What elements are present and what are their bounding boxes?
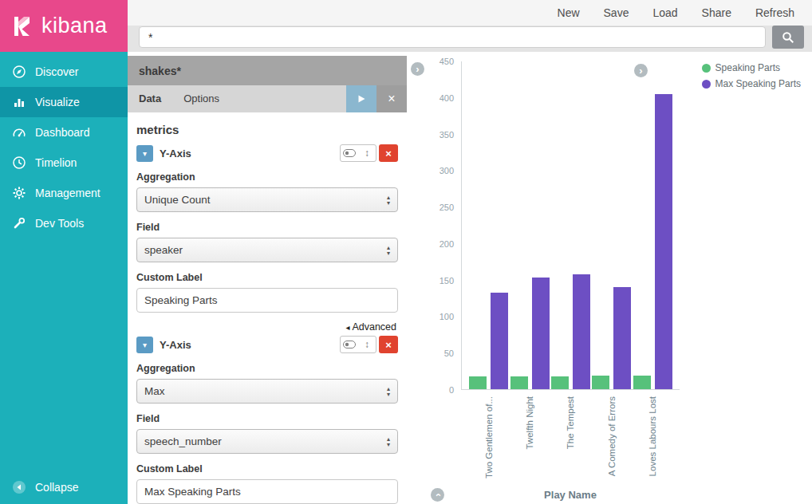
share-button[interactable]: Share [702,6,731,19]
y-axis-section-1: ▾ Y-Axis ↕ [136,144,398,333]
collapse-label: Collapse [35,481,78,494]
field-value: speech_number [144,435,222,447]
collapse-axis-button[interactable]: ▾ [136,145,153,162]
legend-item[interactable]: Speaking Parts [702,62,801,73]
custom-label-input[interactable] [136,288,398,313]
bar[interactable] [592,376,609,389]
bar[interactable] [469,376,487,389]
y-axis-tick-label: 250 [440,203,454,212]
remove-aggregation-button[interactable]: × [379,336,398,353]
field-label: Field [136,222,398,233]
sidebar-item-dev-tools[interactable]: Dev Tools [0,208,128,238]
top-right-area: New Save Load Share Refresh [128,0,812,52]
sidebar-item-label: Management [35,187,101,199]
collapse-arrow-icon [12,480,26,494]
axis-title: Y-Axis [160,339,340,351]
toggle-icon [343,341,356,348]
magnifier-icon [782,31,794,44]
select-arrows-icon: ▴▾ [387,386,390,397]
visualization-editor-panel: shakes* Data Options × metrics ▾ [128,52,407,504]
y-axis-tick-label: 50 [444,348,454,358]
new-button[interactable]: New [558,6,580,19]
logo-wordmark: kibana [41,14,108,38]
bar[interactable] [633,376,651,389]
bar[interactable] [510,376,528,389]
advanced-caret-icon: ◂ [346,323,350,332]
bar[interactable] [551,376,569,389]
disable-aggregation-toggle[interactable] [341,337,358,352]
field-select[interactable]: speaker ▴▾ [136,238,398,262]
disable-aggregation-toggle[interactable] [341,145,358,161]
wrench-icon [12,216,26,230]
field-label: Field [136,413,398,424]
y-axis-tick-label: 300 [440,166,454,175]
y-axis-tick-label: 450 [440,57,454,66]
x-axis-category-label: Two Gentlemen of... [484,396,494,478]
axis-header-row: ▾ Y-Axis ↕ [136,144,398,162]
advanced-label: Advanced [352,321,396,333]
gear-icon [12,186,26,200]
aggregation-select[interactable]: Unique Count ▴▾ [136,187,398,212]
x-axis-title: Play Name [461,489,680,501]
y-axis-tick-label: 400 [440,93,454,103]
sidebar-item-label: Dev Tools [35,217,84,230]
tab-options[interactable]: Options [172,85,231,112]
aggregation-select[interactable]: Max ▴▾ [136,379,398,404]
index-pattern-header: shakes* [128,56,407,85]
scroll-up-chevron[interactable]: › [431,488,444,502]
collapse-editor-chevron[interactable]: › [411,62,424,76]
axis-control-box: ↕ [340,336,376,353]
x-axis-category-label: A Comedy of Errors [607,396,617,476]
sidebar-item-visualize[interactable]: Visualize [0,87,128,117]
axis-title: Y-Axis [160,148,340,159]
x-axis-category-label: Twelfth Night [525,396,534,449]
reorder-aggregation-handle[interactable]: ↕ [358,337,376,352]
compass-icon [12,65,26,79]
legend-label: Max Speaking Parts [715,78,801,89]
chevron-up-icon: › [432,493,443,496]
refresh-button[interactable]: Refresh [755,6,794,19]
bar[interactable] [613,287,631,389]
sidebar-collapse-button[interactable]: Collapse [0,471,128,504]
kibana-logo[interactable]: kibana [0,0,128,52]
bar[interactable] [532,278,550,389]
search-input[interactable] [139,26,766,48]
x-axis-category-label: Loves Labours Lost [648,396,657,476]
bar-group: A Comedy of Errors [592,61,631,389]
load-button[interactable]: Load [652,6,677,19]
metrics-config-body: metrics ▾ Y-Axis [128,112,407,504]
reorder-aggregation-handle[interactable]: ↕ [358,145,376,161]
sidebar-item-management[interactable]: Management [0,178,128,208]
aggregation-value: Max [144,385,165,397]
custom-label-input[interactable] [136,479,398,504]
apply-changes-button[interactable] [346,85,376,112]
editor-tab-bar: Data Options × [128,85,407,112]
axis-controls: ↕ × [340,144,398,162]
remove-aggregation-button[interactable]: × [379,144,398,162]
sidebar-item-discover[interactable]: Discover [0,57,128,87]
discard-changes-button[interactable]: × [376,85,407,112]
save-button[interactable]: Save [604,6,629,19]
sidebar-nav: Discover Visualize Dashboard Timelion [0,52,128,504]
legend-item[interactable]: Max Speaking Parts [702,78,801,89]
collapse-axis-button[interactable]: ▾ [136,337,153,353]
sidebar-item-timelion[interactable]: Timelion [0,148,128,178]
top-bar: kibana New Save Load Share Refresh [0,0,812,52]
move-icon: ↕ [365,339,369,350]
search-button[interactable] [772,26,804,49]
select-arrows-icon: ▴▾ [387,245,390,256]
sidebar-item-dashboard[interactable]: Dashboard [0,117,128,148]
bar[interactable] [573,274,590,389]
field-select[interactable]: speech_number ▴▾ [136,429,398,454]
tab-data[interactable]: Data [128,85,172,112]
y-axis-tick-label: 0 [449,385,454,395]
advanced-toggle[interactable]: ◂ Advanced [138,321,396,333]
custom-label-label: Custom Label [136,463,398,474]
bar-group: The Tempest [551,61,590,389]
bar[interactable] [655,94,672,389]
bar[interactable] [491,293,508,389]
delete-x-icon: × [385,339,392,351]
x-axis-category-label: The Tempest [566,396,575,449]
y-axis-section-2: ▾ Y-Axis ↕ [136,336,398,504]
bar-group: Two Gentlemen of... [469,61,508,389]
